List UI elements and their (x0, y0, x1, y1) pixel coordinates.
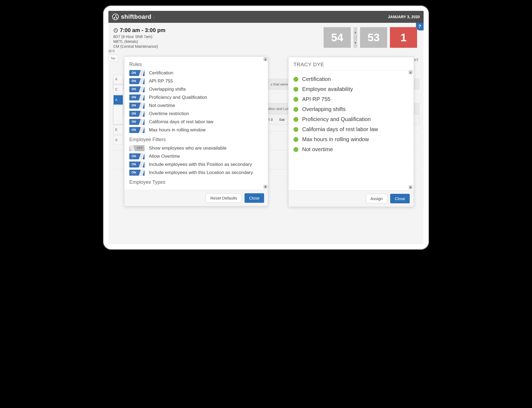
check-pass-icon (293, 127, 298, 132)
toggle[interactable]: ON (129, 119, 145, 125)
sidebar-letter[interactable]: C (113, 85, 123, 94)
check-pass-icon (293, 137, 298, 142)
rule-label: Overlapping shifts (149, 87, 186, 92)
toggle[interactable]: ON (129, 153, 145, 159)
sidebar-letter[interactable] (113, 105, 123, 124)
rule-label: Allow Overtime (149, 154, 180, 159)
toggle[interactable]: OFF (129, 145, 145, 151)
rule-label: Certification (149, 70, 173, 76)
rule-label: API RP 755 (149, 78, 173, 84)
brand-name: shiftboard (121, 13, 152, 20)
check-row: Certification (293, 76, 409, 82)
hours-partial: (8.0 (108, 49, 114, 53)
rule-label: Show employees who are unavailable (149, 146, 226, 151)
check-row: Overlapping shifts (293, 106, 409, 112)
chevron-up-icon[interactable]: ▲ (353, 27, 357, 38)
check-label: API RP 755 (302, 96, 330, 102)
rules-section-title: Rules (129, 62, 263, 67)
rule-row: ONInclude employees with this Location a… (129, 170, 263, 176)
rule-row: ONNot overtime (129, 103, 263, 109)
rule-row: ONOverlapping shifts (129, 86, 263, 92)
check-pass-icon (293, 77, 298, 82)
rule-label: Proficiency and Qualification (149, 95, 207, 100)
rule-row: ONCertification (129, 70, 263, 76)
toggle[interactable]: ON (129, 127, 145, 133)
check-label: Overlapping shifts (302, 106, 346, 112)
check-pass-icon (293, 87, 298, 92)
check-pass-icon (293, 107, 298, 112)
toggle[interactable]: ON (129, 94, 145, 100)
metric-stepper: ▲ ▼ (353, 27, 357, 48)
rule-row: ONMax hours in rolling window (129, 127, 263, 133)
shift-code: 8D7 (8 Hour Shift 7am) (113, 34, 165, 39)
check-row: Not overtime (293, 146, 409, 153)
check-label: California days of rest labor law (302, 126, 378, 132)
sidebar-letter[interactable]: S (113, 135, 123, 145)
shift-loc: METL (Metals) (113, 39, 165, 44)
check-label: Max hours in rolling window (302, 136, 369, 143)
check-row: API RP 755 (293, 96, 409, 102)
check-row: Employee availability (293, 86, 409, 92)
employee-modal-body: CertificationEmployee availabilityAPI RP… (289, 71, 414, 190)
rules-modal-footer: Reset Defaults Close (124, 190, 268, 206)
toggle[interactable]: ON (129, 70, 145, 76)
check-label: Certification (302, 76, 331, 82)
metric-b[interactable]: 53 (360, 27, 387, 48)
check-pass-icon (293, 147, 298, 152)
assign-button[interactable]: Assign (366, 194, 387, 203)
content: 7:00 am - 3:00 pm 8D7 (8 Hour Shift 7am)… (108, 23, 424, 244)
check-row: Max hours in rolling window (293, 136, 409, 143)
rule-label: Include employees with this Location as … (149, 170, 253, 175)
toggle[interactable]: ON (129, 111, 145, 117)
rule-label: California days of rest labor law (149, 119, 213, 125)
toggle[interactable]: ON (129, 170, 145, 176)
close-button[interactable]: Close (390, 194, 410, 203)
shift-info: 7:00 am - 3:00 pm 8D7 (8 Hour Shift 7am)… (113, 27, 165, 49)
employee-modal: TRACY DYE ▲ ▼ CertificationEmployee avai… (288, 57, 414, 207)
reset-defaults-button[interactable]: Reset Defaults (206, 193, 242, 203)
check-pass-icon (293, 117, 298, 122)
shift-header: 7:00 am - 3:00 pm 8D7 (8 Hour Shift 7am)… (113, 27, 419, 49)
toggle[interactable]: ON (129, 78, 145, 84)
metric-c[interactable]: 1 (390, 27, 417, 48)
filters-section-title: Employee Filters (129, 137, 263, 143)
rule-label: Not overtime (149, 103, 175, 108)
rule-row: ONAllow Overtime (129, 153, 263, 159)
brand: shiftboard. (112, 13, 155, 20)
metrics: 54 ▲ ▼ 53 1 (324, 27, 417, 48)
topbar: shiftboard. JANUARY 3, 2020 (108, 11, 424, 23)
toggle[interactable]: ON (129, 162, 145, 167)
employee-modal-title: TRACY DYE (289, 57, 414, 71)
check-row: California days of rest labor law (293, 126, 409, 132)
toggle[interactable]: ON (129, 103, 145, 109)
app-window: shiftboard. JANUARY 3, 2020 ? 7:00 am - … (108, 11, 424, 244)
shift-dept: CM (Central Maintenance) (113, 44, 165, 49)
sidebar-letter[interactable]: E (113, 125, 123, 135)
rule-row: ONCalifornia days of rest labor law (129, 119, 263, 125)
topbar-date: JANUARY 3, 2020 (388, 15, 420, 19)
rule-row: ONInclude employees with this Position a… (129, 162, 263, 167)
sidebar-letter[interactable]: A (113, 74, 123, 84)
toggle[interactable]: ON (129, 86, 145, 92)
employee-modal-footer: Assign Close (289, 190, 414, 207)
chevron-down-icon[interactable]: ▼ (353, 38, 357, 48)
sidebar-letter-active[interactable]: A (113, 95, 123, 105)
metric-a[interactable]: 54 (324, 27, 351, 48)
check-label: Not overtime (302, 146, 333, 153)
rules-modal-body: Rules ONCertificationONAPI RP 755ONOverl… (124, 57, 268, 190)
rule-row: OFFShow employees who are unavailable (129, 145, 263, 151)
device-frame: shiftboard. JANUARY 3, 2020 ? 7:00 am - … (103, 5, 429, 250)
check-pass-icon (293, 97, 298, 102)
notes-button-partial[interactable]: No (108, 55, 118, 62)
rule-label: Overtime restriction (149, 111, 189, 116)
check-row: Proficiency and Qualification (293, 116, 409, 122)
close-button[interactable]: Close (245, 193, 264, 203)
rule-row: ONProficiency and Qualification (129, 94, 263, 100)
clock-icon (113, 28, 118, 33)
rule-label: Max hours in rolling window (149, 127, 206, 133)
check-label: Proficiency and Qualification (302, 116, 371, 122)
check-label: Employee availability (302, 86, 353, 92)
types-section-title: Employee Types (129, 179, 263, 185)
rule-label: Include employees with this Position as … (149, 162, 252, 167)
sidebar-letters: A C A E S (113, 74, 123, 146)
